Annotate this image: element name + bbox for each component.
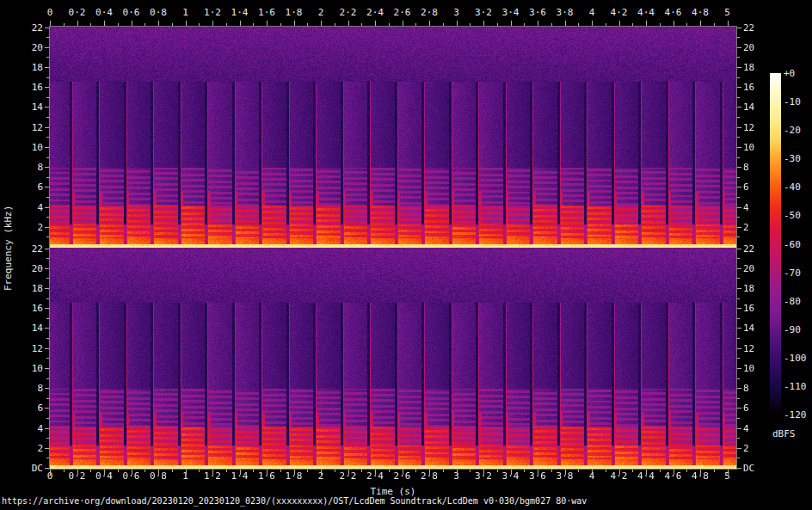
freq-tick-label-right: 22: [743, 23, 754, 33]
freq-tick-label-left: 10: [9, 143, 43, 152]
freq-tick-mark: [737, 207, 741, 208]
time-tick-label: 4·4: [637, 8, 655, 17]
time-tick-mark: [77, 470, 78, 475]
freq-tick-label-right: 2: [743, 223, 749, 232]
time-tick-label: 3: [453, 8, 459, 17]
freq-tick-mark: [45, 127, 49, 128]
freq-tick-mark: [737, 368, 741, 369]
freq-tick-mark: [45, 328, 49, 329]
time-tick-mark-minor: [172, 23, 173, 26]
freq-tick-mark-minor: [737, 318, 740, 319]
colorbar-tick-label: +0: [784, 69, 795, 78]
time-tick-mark-minor: [90, 470, 91, 472]
freq-tick-mark-minor: [737, 237, 740, 237]
freq-tick-mark: [737, 468, 741, 469]
freq-tick-mark: [737, 127, 741, 128]
time-tick-label: 2·2: [340, 8, 357, 17]
footer-url: https://archive·org/download/20230120_20…: [2, 496, 587, 507]
freq-tick-label-right: 6: [743, 403, 749, 413]
time-tick-label: 3·4: [502, 8, 520, 17]
time-tick-mark: [186, 21, 187, 26]
freq-tick-mark-minor: [46, 217, 49, 218]
freq-tick-mark-minor: [46, 57, 49, 58]
time-tick-mark-minor: [660, 470, 661, 472]
time-tick-mark: [132, 21, 132, 26]
freq-tick-mark: [45, 28, 49, 28]
freq-tick-mark: [45, 428, 49, 429]
time-tick-mark: [592, 470, 593, 475]
freq-tick-mark-minor: [46, 358, 49, 359]
freq-tick-mark: [45, 207, 49, 208]
time-tick-mark-minor: [307, 470, 308, 472]
time-tick-mark: [158, 470, 159, 475]
freq-tick-label-right: 12: [743, 123, 754, 132]
freq-tick-mark-minor: [46, 398, 49, 399]
freq-tick-label-right: 6: [743, 182, 749, 192]
freq-tick-label-left: DC: [9, 464, 43, 473]
freq-tick-mark: [45, 468, 49, 469]
freq-tick-label-left: 20: [9, 43, 43, 52]
colorbar-tick-label: -80: [784, 297, 801, 306]
freq-tick-mark: [737, 348, 741, 349]
time-tick-mark-minor: [145, 470, 145, 472]
time-tick-label: 3·6: [529, 8, 546, 17]
freq-tick-mark: [737, 187, 741, 187]
time-tick-mark-minor: [686, 23, 687, 26]
time-tick-mark-minor: [524, 23, 525, 26]
time-tick-mark-minor: [470, 23, 471, 26]
freq-tick-label-left: 6: [9, 403, 43, 413]
time-tick-mark-minor: [335, 23, 335, 26]
colorbar-tick-label: -40: [784, 182, 801, 192]
freq-tick-label-right: DC: [743, 464, 754, 473]
freq-tick-label-right: 8: [743, 384, 749, 393]
time-tick-mark: [104, 470, 105, 475]
freq-tick-label-left: 18: [9, 284, 43, 293]
freq-tick-mark-minor: [737, 338, 740, 339]
freq-tick-mark-minor: [737, 278, 740, 279]
time-tick-mark: [483, 470, 484, 475]
colorbar-tick-label: -120: [784, 410, 807, 420]
freq-tick-mark-minor: [737, 298, 740, 299]
colorbar-tick-label: -10: [784, 97, 801, 107]
time-tick-mark: [728, 470, 729, 475]
freq-tick-mark-minor: [737, 358, 740, 359]
freq-tick-mark-minor: [737, 137, 740, 138]
time-tick-mark-minor: [551, 23, 552, 26]
freq-tick-mark: [737, 28, 741, 28]
time-tick-mark-minor: [361, 23, 362, 26]
time-tick-label: 3·8: [557, 8, 574, 17]
time-tick-label: 1: [182, 8, 188, 17]
time-tick-mark: [592, 21, 593, 26]
freq-tick-mark: [737, 288, 741, 289]
freq-tick-mark-minor: [737, 398, 740, 399]
time-tick-mark: [457, 21, 458, 26]
time-tick-mark: [158, 21, 159, 26]
time-tick-mark-minor: [415, 23, 416, 26]
freq-tick-mark-minor: [737, 157, 740, 158]
time-tick-label: 4·2: [611, 8, 628, 17]
freq-tick-label-left: 22: [9, 244, 43, 254]
time-tick-label: 0·4: [95, 8, 113, 17]
time-tick-mark: [348, 21, 349, 26]
time-tick-mark: [348, 470, 349, 475]
spectrogram-figure: Frequency (kHz) Time (s) +0-10-20-30-40-…: [0, 0, 812, 510]
time-tick-mark-minor: [443, 470, 444, 472]
time-tick-label: 1·8: [286, 8, 303, 17]
time-tick-mark: [104, 21, 105, 26]
freq-tick-label-right: 16: [743, 83, 754, 92]
freq-tick-mark-minor: [737, 177, 740, 178]
freq-tick-label-left: 20: [9, 264, 43, 273]
freq-tick-mark-minor: [737, 217, 740, 218]
colorbar-tick-label: -70: [784, 268, 801, 278]
freq-tick-mark: [737, 67, 741, 68]
time-tick-mark-minor: [470, 470, 471, 472]
freq-tick-label-right: 10: [743, 364, 754, 373]
time-tick-label: 5: [724, 8, 730, 17]
freq-tick-mark-minor: [46, 177, 49, 178]
freq-tick-label-right: 2: [743, 444, 749, 453]
freq-tick-mark: [45, 167, 49, 168]
time-tick-mark-minor: [199, 470, 200, 472]
time-tick-mark-minor: [389, 23, 390, 26]
time-tick-mark: [294, 21, 295, 26]
time-tick-mark-minor: [606, 470, 606, 472]
